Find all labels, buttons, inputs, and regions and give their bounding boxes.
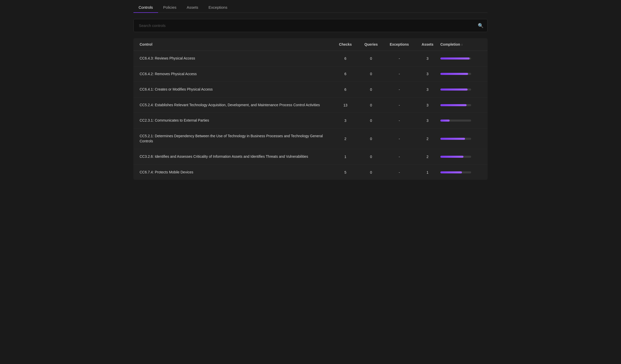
table-row[interactable]: CC6.4.1: Creates or Modifies Physical Ac… (133, 82, 488, 97)
exceptions-value: - (384, 137, 415, 141)
search-icon: 🔍 (478, 23, 483, 28)
tab-controls[interactable]: Controls (133, 2, 158, 13)
exceptions-value: - (384, 56, 415, 61)
checks-value: 3 (333, 119, 358, 123)
exceptions-value: - (384, 87, 415, 92)
progress-bar-fill (440, 73, 468, 75)
progress-bar-bg (440, 156, 471, 158)
progress-bar-fill (440, 171, 462, 173)
queries-value: 0 (358, 137, 384, 141)
queries-value: 0 (358, 103, 384, 107)
checks-value: 2 (333, 137, 358, 141)
col-header-assets: Assets (415, 42, 440, 46)
progress-bar-bg (440, 120, 471, 122)
table-row[interactable]: CC6.4.3: Reviews Physical Access 6 0 - 3 (133, 51, 488, 66)
queries-value: 0 (358, 72, 384, 76)
completion-bar-container (440, 57, 481, 60)
control-name: CC6.4.1: Creates or Modifies Physical Ac… (140, 87, 333, 92)
progress-bar-fill (440, 120, 450, 122)
assets-value: 3 (415, 72, 440, 76)
search-input[interactable] (133, 19, 488, 32)
completion-bar-container (440, 88, 481, 91)
progress-bar-fill (440, 88, 468, 91)
col-header-completion[interactable]: Completion ↓ (440, 42, 481, 46)
table-row[interactable]: CC2.3.1: Communicates to External Partie… (133, 113, 488, 129)
table-row[interactable]: CC3.2.6: Identifies and Assesses Critica… (133, 149, 488, 165)
table-row[interactable]: CC6.7.4: Protects Mobile Devices 5 0 - 1 (133, 165, 488, 180)
assets-value: 3 (415, 103, 440, 107)
progress-bar-bg (440, 73, 471, 75)
control-name: CC5.2.4: Establishes Relevant Technology… (140, 103, 333, 108)
checks-value: 6 (333, 87, 358, 92)
sort-arrow-icon: ↓ (461, 43, 463, 46)
completion-bar-container (440, 156, 481, 158)
progress-bar-fill (440, 156, 463, 158)
assets-value: 3 (415, 87, 440, 92)
checks-value: 5 (333, 170, 358, 174)
exceptions-value: - (384, 155, 415, 159)
assets-value: 3 (415, 119, 440, 123)
progress-bar-fill (440, 104, 467, 106)
tab-policies[interactable]: Policies (158, 2, 182, 13)
controls-table: Control Checks Queries Exceptions Assets… (133, 38, 488, 180)
assets-value: 2 (415, 137, 440, 141)
table-body: CC6.4.3: Reviews Physical Access 6 0 - 3… (133, 51, 488, 180)
exceptions-value: - (384, 119, 415, 123)
queries-value: 0 (358, 170, 384, 174)
queries-value: 0 (358, 56, 384, 61)
completion-bar-container (440, 104, 481, 106)
table-row[interactable]: CC6.4.2: Removes Physical Access 6 0 - 3 (133, 66, 488, 82)
assets-value: 2 (415, 155, 440, 159)
exceptions-value: - (384, 170, 415, 174)
checks-value: 13 (333, 103, 358, 107)
col-header-exceptions: Exceptions (384, 42, 415, 46)
table-row[interactable]: CC5.2.4: Establishes Relevant Technology… (133, 97, 488, 113)
completion-bar-container (440, 171, 481, 173)
queries-value: 0 (358, 155, 384, 159)
assets-value: 1 (415, 170, 440, 174)
exceptions-value: - (384, 72, 415, 76)
col-header-checks: Checks (333, 42, 358, 46)
exceptions-value: - (384, 103, 415, 107)
tab-assets[interactable]: Assets (182, 2, 203, 13)
checks-value: 1 (333, 155, 358, 159)
control-name: CC2.3.1: Communicates to External Partie… (140, 118, 333, 123)
queries-value: 0 (358, 119, 384, 123)
tabs-bar: Controls Policies Assets Exceptions (133, 0, 488, 13)
completion-bar-container (440, 120, 481, 122)
control-name: CC5.2.1: Determines Dependency Between t… (140, 134, 333, 144)
checks-value: 6 (333, 72, 358, 76)
progress-bar-bg (440, 104, 471, 106)
control-name: CC6.7.4: Protects Mobile Devices (140, 170, 333, 175)
table-header: Control Checks Queries Exceptions Assets… (133, 38, 488, 51)
tab-exceptions[interactable]: Exceptions (203, 2, 232, 13)
table-row[interactable]: CC5.2.1: Determines Dependency Between t… (133, 129, 488, 149)
search-container: 🔍 (133, 19, 488, 32)
checks-value: 6 (333, 56, 358, 61)
progress-bar-fill (440, 57, 470, 60)
progress-bar-fill (440, 138, 465, 140)
progress-bar-bg (440, 171, 471, 173)
queries-value: 0 (358, 87, 384, 92)
progress-bar-bg (440, 88, 471, 91)
completion-bar-container (440, 138, 481, 140)
progress-bar-bg (440, 138, 471, 140)
col-header-queries: Queries (358, 42, 384, 46)
assets-value: 3 (415, 56, 440, 61)
progress-bar-bg (440, 57, 471, 60)
col-header-control: Control (140, 42, 333, 46)
completion-bar-container (440, 73, 481, 75)
control-name: CC6.4.2: Removes Physical Access (140, 72, 333, 77)
control-name: CC3.2.6: Identifies and Assesses Critica… (140, 154, 333, 159)
control-name: CC6.4.3: Reviews Physical Access (140, 56, 333, 61)
